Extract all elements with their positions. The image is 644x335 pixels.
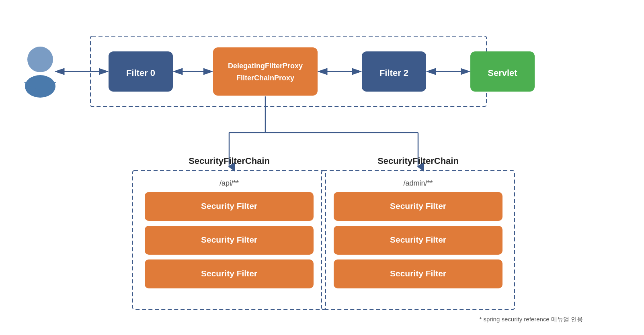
chain2-label: SecurityFilterChain [377, 156, 459, 166]
svg-point-4 [27, 47, 53, 72]
chain2-filter2-label: Security Filter [390, 235, 446, 244]
delegating-filter-box [213, 47, 318, 96]
chain1-filter3-label: Security Filter [201, 269, 257, 278]
filter2-label: Filter 2 [379, 68, 408, 78]
chain1-filter2-label: Security Filter [201, 235, 257, 244]
chain1-label: SecurityFilterChain [189, 156, 270, 166]
diagram-container: Filter 0 DelegatingFilterProxy FilterCha… [0, 0, 644, 335]
filter0-label: Filter 0 [126, 68, 155, 78]
chain1-filter1-label: Security Filter [201, 201, 257, 210]
delegating-label-2: FilterChainProxy [236, 74, 294, 82]
servlet-label: Servlet [488, 68, 517, 78]
chain2-filter3-label: Security Filter [390, 269, 446, 278]
chain2-path: /admin/** [403, 179, 433, 187]
chain1-path: /api/** [219, 179, 239, 187]
chain2-filter1-label: Security Filter [390, 201, 446, 210]
delegating-label-1: DelegatingFilterProxy [228, 62, 303, 70]
footnote: * spring security reference 메뉴얼 인용 [479, 316, 583, 323]
user-icon [24, 47, 56, 98]
